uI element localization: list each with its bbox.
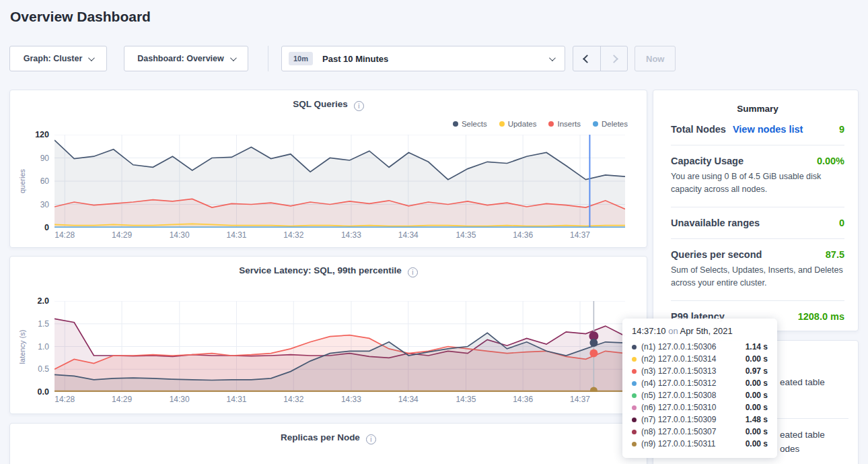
chart-hover-tooltip: 14:37:10 on Apr 5th, 2021 (n1) 127.0.0.1… bbox=[622, 319, 777, 458]
tooltip-on: on bbox=[668, 326, 678, 336]
view-nodes-list-link[interactable]: View nodes list bbox=[733, 124, 803, 135]
node-value: 0.00 s bbox=[740, 378, 768, 388]
time-nav bbox=[573, 46, 628, 71]
dashboard-dropdown[interactable]: Dashboard: Overview bbox=[124, 46, 248, 71]
series-dot bbox=[632, 430, 637, 434]
series-dot bbox=[632, 369, 637, 374]
capacity-usage-desc: You are using 0 B of 4.5 GiB usable disk… bbox=[671, 170, 844, 197]
event-item-fragment: eated table bbox=[780, 430, 825, 440]
x-tick-label: 14:33 bbox=[341, 230, 361, 240]
dashboard-dropdown-label: Dashboard: Overview bbox=[137, 54, 224, 63]
tooltip-row-n2: (n2) 127.0.0.1:503140.00 s bbox=[632, 353, 768, 365]
node-value: 0.00 s bbox=[740, 439, 768, 449]
time-range-picker[interactable]: 10m Past 10 Minutes bbox=[281, 46, 565, 71]
tooltip-row-n6: (n6) 127.0.0.1:503100.00 s bbox=[632, 401, 768, 413]
y-tick-label: 0 bbox=[44, 223, 49, 232]
page-title: Overview Dashboard bbox=[10, 9, 151, 25]
summary-row-unavailable-ranges: Unavailable ranges 0 bbox=[671, 207, 844, 228]
legend-dot bbox=[548, 121, 554, 127]
sql-queries-plot-area[interactable] bbox=[55, 135, 625, 228]
unavailable-ranges-label: Unavailable ranges bbox=[671, 218, 760, 228]
x-axis: 14:2814:2914:3014:3114:3214:3314:3414:35… bbox=[55, 395, 625, 407]
legend-dot bbox=[453, 121, 458, 127]
x-tick-label: 14:34 bbox=[398, 230, 419, 240]
x-tick-label: 14:36 bbox=[513, 230, 533, 240]
node-value: 0.00 s bbox=[740, 403, 768, 412]
series-dot bbox=[632, 405, 637, 410]
y-tick-label: 0.5 bbox=[38, 364, 49, 374]
tooltip-row-n1: (n1) 127.0.0.1:503061.14 s bbox=[632, 341, 768, 353]
queries-per-second-label: Queries per second bbox=[671, 249, 762, 260]
time-range-badge: 10m bbox=[289, 52, 313, 65]
node-address: (n9) 127.0.0.1:50311 bbox=[641, 439, 716, 449]
charts-column: SQL Queriesi Selects Updates Inserts Del… bbox=[9, 90, 647, 464]
info-icon[interactable]: i bbox=[408, 267, 418, 277]
x-tick-label: 14:29 bbox=[112, 395, 132, 404]
toolbar-divider bbox=[268, 46, 268, 71]
series-dot bbox=[632, 381, 637, 386]
next-time-button[interactable] bbox=[600, 46, 627, 71]
now-button[interactable]: Now bbox=[635, 46, 676, 71]
toolbar: Graph: Cluster Dashboard: Overview 10m P… bbox=[9, 46, 676, 71]
prev-time-button[interactable] bbox=[573, 46, 600, 71]
tooltip-row-n7: (n7) 127.0.0.1:503091.48 s bbox=[632, 413, 768, 426]
tooltip-date: Apr 5th, 2021 bbox=[680, 326, 733, 336]
chevron-right-icon bbox=[610, 55, 618, 63]
x-tick-label: 14:31 bbox=[226, 230, 246, 240]
y-axis-unit-label: latency (s) bbox=[18, 329, 26, 364]
summary-title: Summary bbox=[671, 90, 844, 114]
node-value: 0.97 s bbox=[740, 366, 768, 376]
p99-latency-value: 1208.0 ms bbox=[798, 311, 844, 322]
legend-label: Deletes bbox=[602, 120, 628, 128]
x-tick-label: 14:30 bbox=[170, 395, 190, 404]
y-tick-label: 0.0 bbox=[38, 387, 49, 397]
series-dot bbox=[632, 357, 637, 362]
node-value: 0.00 s bbox=[740, 354, 768, 364]
info-icon[interactable]: i bbox=[354, 101, 364, 111]
legend-label: Inserts bbox=[557, 120, 581, 128]
node-address: (n3) 127.0.0.1:50313 bbox=[641, 366, 716, 376]
x-tick-label: 14:35 bbox=[456, 395, 476, 404]
y-axis-unit-label: queries bbox=[18, 169, 26, 193]
chevron-down-icon bbox=[549, 55, 556, 61]
graph-dropdown[interactable]: Graph: Cluster bbox=[9, 46, 107, 71]
node-value: 0.00 s bbox=[740, 391, 768, 400]
x-tick-label: 14:28 bbox=[55, 230, 75, 240]
legend-dot bbox=[499, 121, 505, 127]
x-tick-label: 14:36 bbox=[513, 395, 533, 404]
x-tick-label: 14:32 bbox=[283, 395, 303, 404]
info-icon[interactable]: i bbox=[366, 434, 376, 444]
capacity-usage-label: Capacity Usage bbox=[671, 156, 744, 166]
capacity-usage-value: 0.00% bbox=[817, 156, 844, 166]
node-address: (n8) 127.0.0.1:50307 bbox=[641, 427, 716, 436]
summary-row-total-nodes: Total Nodes View nodes list 9 bbox=[671, 114, 844, 135]
tooltip-row-n4: (n4) 127.0.0.1:503120.00 s bbox=[632, 377, 768, 389]
y-tick-label: 60 bbox=[40, 176, 49, 186]
summary-panel: Summary Total Nodes View nodes list 9 Ca… bbox=[653, 90, 859, 331]
y-tick-label: 30 bbox=[40, 200, 49, 209]
x-tick-label: 14:37 bbox=[570, 230, 590, 240]
y-tick-label: 1.0 bbox=[38, 342, 49, 352]
queries-per-second-desc: Sum of Selects, Updates, Inserts, and De… bbox=[671, 264, 844, 290]
x-axis: 14:2814:2914:3014:3114:3214:3314:3414:35… bbox=[55, 230, 625, 242]
tooltip-row-n8: (n8) 127.0.0.1:503070.00 s bbox=[632, 426, 768, 438]
replicas-per-node-chart-card: Replicas per Nodei bbox=[9, 423, 647, 464]
sql-queries-chart-card: SQL Queriesi Selects Updates Inserts Del… bbox=[9, 90, 647, 248]
chevron-down-icon bbox=[88, 55, 95, 61]
node-address: (n2) 127.0.0.1:50314 bbox=[641, 354, 716, 364]
y-tick-label: 1.5 bbox=[38, 319, 49, 329]
node-value: 1.14 s bbox=[740, 342, 768, 352]
legend-item-deletes: Deletes bbox=[593, 120, 628, 128]
x-tick-label: 14:34 bbox=[398, 395, 419, 404]
queries-per-second-value: 87.5 bbox=[826, 249, 844, 260]
service-latency-plot-area[interactable] bbox=[55, 301, 625, 392]
node-address: (n6) 127.0.0.1:50310 bbox=[641, 403, 716, 412]
legend-item-updates: Updates bbox=[499, 120, 537, 128]
tooltip-row-n5: (n5) 127.0.0.1:503080.00 s bbox=[632, 389, 768, 401]
node-address: (n1) 127.0.0.1:50306 bbox=[641, 342, 716, 352]
legend-item-selects: Selects bbox=[453, 120, 487, 128]
tooltip-timestamp: 14:37:10 on Apr 5th, 2021 bbox=[632, 326, 768, 336]
x-tick-label: 14:33 bbox=[341, 395, 361, 404]
time-range-label: Past 10 Minutes bbox=[322, 54, 388, 64]
tooltip-row-n3: (n3) 127.0.0.1:503130.97 s bbox=[632, 365, 768, 377]
